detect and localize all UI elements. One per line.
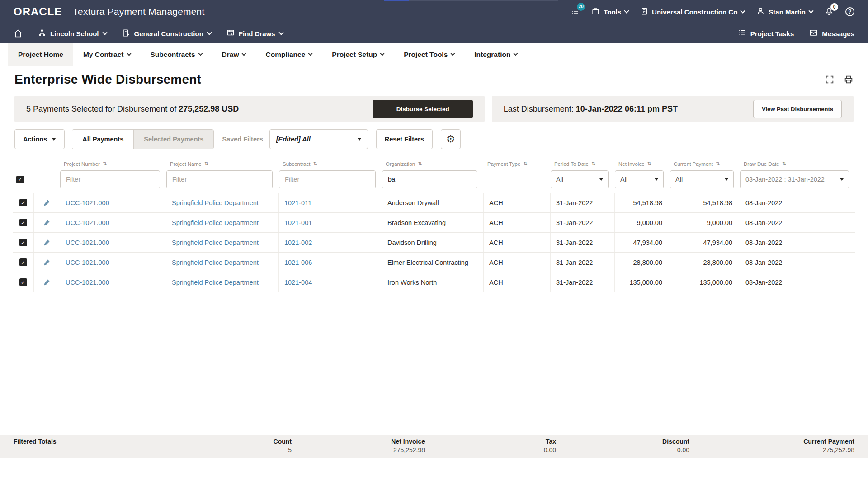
tab-integration[interactable]: Integration: [464, 43, 527, 66]
period-to-date-filter-select[interactable]: All: [551, 170, 609, 188]
sort-icon[interactable]: ⇅: [716, 161, 720, 167]
find-draws-icon: [226, 29, 235, 38]
print-icon[interactable]: [844, 75, 854, 84]
tasks-count-badge: 20: [577, 3, 585, 11]
tab-compliance[interactable]: Compliance: [255, 43, 322, 66]
chevron-down-icon: [242, 52, 246, 56]
draw-due-date-filter-select[interactable]: 03-Jan-2022 : 31-Jan-2022: [740, 170, 849, 188]
saved-filter-value: [Edited] All: [276, 136, 311, 143]
project-name-link[interactable]: Springfield Police Department: [172, 239, 259, 246]
browser-artifact-line: [384, 0, 409, 1]
tab-project-home[interactable]: Project Home: [8, 43, 73, 66]
project-number-link[interactable]: UCC-1021.000: [66, 259, 109, 266]
chevron-down-icon: [624, 8, 629, 13]
current-payment-cell: 135,000.00: [670, 272, 740, 292]
tools-menu[interactable]: Tools: [591, 7, 628, 17]
reset-filters-button[interactable]: Reset Filters: [376, 129, 433, 149]
edit-pencil-icon[interactable]: [34, 233, 60, 252]
gear-icon[interactable]: ⚙: [441, 129, 461, 149]
sort-icon[interactable]: ⇅: [782, 161, 786, 167]
project-number-link[interactable]: UCC-1021.000: [66, 239, 109, 246]
sort-icon[interactable]: ⇅: [418, 161, 422, 167]
module-tab-bar: Project Home My Contract Subcontracts Dr…: [0, 43, 868, 66]
row-checkbox[interactable]: ✓: [19, 219, 27, 226]
payment-type-cell: ACH: [484, 272, 551, 292]
project-tasks-label: Project Tasks: [750, 30, 794, 38]
tab-project-tools[interactable]: Project Tools: [394, 43, 464, 66]
organization-cell: Iron Works North: [382, 272, 484, 292]
all-payments-toggle[interactable]: All Payments: [72, 130, 133, 149]
row-checkbox[interactable]: ✓: [19, 258, 27, 266]
edit-pencil-icon[interactable]: [34, 253, 60, 272]
sort-icon[interactable]: ⇅: [647, 161, 651, 167]
project-number-link[interactable]: UCC-1021.000: [66, 219, 109, 226]
row-checkbox[interactable]: ✓: [19, 278, 27, 286]
messages-button[interactable]: Messages: [809, 28, 854, 38]
chevron-down-icon: [741, 8, 745, 13]
last-disbursement-value: 10-Jan-2022 06:11 pm PST: [576, 104, 678, 113]
current-payment-filter-select[interactable]: All: [670, 170, 734, 188]
subcontract-link[interactable]: 1021-002: [284, 239, 312, 246]
sort-icon[interactable]: ⇅: [591, 161, 595, 167]
project-selector[interactable]: Lincoln School: [38, 29, 107, 38]
sort-icon[interactable]: ⇅: [103, 161, 107, 167]
net-invoice-filter-select[interactable]: All: [615, 170, 664, 188]
sort-icon[interactable]: ⇅: [204, 161, 208, 167]
project-number-link[interactable]: UCC-1021.000: [66, 199, 109, 206]
tab-subcontracts[interactable]: Subcontracts: [141, 43, 212, 66]
fullscreen-icon[interactable]: [825, 75, 835, 84]
current-payment-cell: 54,518.98: [670, 193, 740, 212]
envelope-icon: [809, 28, 818, 38]
chevron-down-icon: [451, 52, 455, 56]
chevron-down-icon: [198, 52, 203, 56]
organization-cell: Elmer Electrical Contracting: [382, 253, 484, 272]
payments-table: Project Number⇅ Project Name⇅ Subcontrac…: [13, 159, 855, 292]
project-number-filter-input[interactable]: [60, 170, 160, 188]
tasks-notification-button[interactable]: 20: [571, 7, 580, 17]
product-title: Textura Payment Management: [73, 6, 204, 17]
saved-filter-dropdown[interactable]: [Edited] All: [269, 129, 368, 149]
tab-project-setup[interactable]: Project Setup: [322, 43, 394, 66]
project-name-link[interactable]: Springfield Police Department: [172, 279, 259, 286]
tab-my-contract[interactable]: My Contract: [73, 43, 141, 66]
organization-filter-input[interactable]: [382, 170, 477, 188]
selected-payments-toggle[interactable]: Selected Payments: [133, 130, 213, 149]
tab-label: Project Home: [18, 51, 63, 59]
help-button[interactable]: ?: [845, 7, 854, 16]
row-checkbox[interactable]: ✓: [19, 199, 27, 206]
top-app-bar: ORACLE Textura Payment Management 20 Too…: [0, 0, 868, 23]
find-draws-menu[interactable]: Find Draws: [226, 29, 283, 38]
reset-filters-label: Reset Filters: [385, 136, 424, 143]
edit-pencil-icon[interactable]: [34, 213, 60, 232]
subcontract-link[interactable]: 1021-001: [284, 219, 312, 226]
tab-draw[interactable]: Draw: [212, 43, 256, 66]
row-checkbox[interactable]: ✓: [19, 239, 27, 246]
subcontract-filter-input[interactable]: [279, 170, 376, 188]
project-name-link[interactable]: Springfield Police Department: [172, 259, 259, 266]
user-label: Stan Martin: [769, 8, 806, 16]
edit-pencil-icon[interactable]: [34, 272, 60, 292]
notifications-button[interactable]: 0: [825, 7, 834, 17]
project-name-link[interactable]: Springfield Police Department: [172, 219, 259, 226]
sort-icon[interactable]: ⇅: [523, 161, 527, 167]
project-number-link[interactable]: UCC-1021.000: [66, 279, 109, 286]
actions-dropdown[interactable]: Actions: [14, 129, 65, 149]
subcontract-link[interactable]: 1021-004: [284, 279, 312, 286]
chevron-down-icon: [514, 52, 518, 56]
edit-pencil-icon[interactable]: [34, 193, 60, 212]
contract-selector[interactable]: General Construction: [122, 29, 211, 38]
project-name-link[interactable]: Springfield Police Department: [172, 199, 259, 206]
user-menu[interactable]: Stan Martin: [756, 7, 813, 17]
chevron-down-icon: [207, 30, 212, 35]
select-all-checkbox[interactable]: ✓: [16, 176, 24, 183]
company-menu[interactable]: Universal Construction Co: [640, 7, 745, 17]
company-doc-icon: [640, 7, 648, 17]
project-name-filter-input[interactable]: [166, 170, 273, 188]
home-button[interactable]: [14, 29, 23, 38]
subcontract-link[interactable]: 1021-006: [284, 259, 312, 266]
project-tasks-button[interactable]: Project Tasks: [738, 28, 794, 38]
disburse-selected-button[interactable]: Disburse Selected: [373, 100, 473, 118]
sort-icon[interactable]: ⇅: [313, 161, 317, 167]
view-past-disbursements-button[interactable]: View Past Disbursements: [753, 100, 842, 118]
subcontract-link[interactable]: 1021-011: [284, 199, 311, 206]
